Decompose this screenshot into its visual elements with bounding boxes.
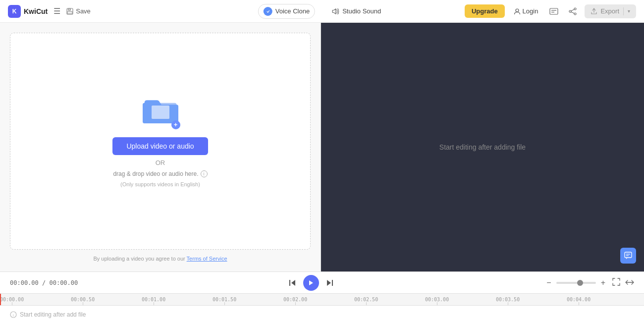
captions-button[interactable] bbox=[547, 4, 561, 18]
time-display: 00:00.00 / 00:00.00 bbox=[10, 279, 78, 286]
ruler-mark-8: 00:04.00 bbox=[567, 297, 590, 305]
ruler-label: 00:04.00 bbox=[567, 297, 590, 302]
terms-link[interactable]: Terms of Service bbox=[187, 256, 227, 262]
ruler-label: 00:02.50 bbox=[354, 297, 378, 302]
drag-drop-text: drag & drop video or audio here. i bbox=[113, 170, 207, 177]
skip-back-icon bbox=[288, 279, 296, 287]
svg-line-11 bbox=[571, 9, 574, 11]
login-button[interactable]: Login bbox=[510, 5, 542, 17]
zoom-in-button[interactable]: + bbox=[599, 277, 607, 288]
share-icon bbox=[569, 7, 577, 15]
timeline-ruler: 00:00.00 00:00.50 00:01.00 00:01.50 00:0… bbox=[0, 293, 644, 323]
svg-text:i: i bbox=[13, 313, 14, 318]
timeline-controls: 00:00.00 / 00:00.00 − + bbox=[0, 271, 644, 293]
zoom-thumb bbox=[577, 280, 583, 286]
ruler-mark-5: 00:02.50 bbox=[354, 297, 378, 305]
ruler-label: 00:01.00 bbox=[142, 297, 165, 302]
english-only-text: (Only supports videos in English) bbox=[120, 181, 200, 187]
topbar: K KwiCut ☰ Save Voice Clone St bbox=[0, 0, 644, 23]
skip-back-button[interactable] bbox=[285, 276, 299, 290]
playhead-indicator[interactable] bbox=[0, 294, 1, 305]
svg-point-8 bbox=[574, 8, 576, 10]
logo-area: K KwiCut bbox=[8, 5, 48, 18]
preview-panel: Start editing after adding file bbox=[321, 23, 644, 271]
ruler-mark-7: 00:03.50 bbox=[496, 297, 520, 305]
topbar-center: Voice Clone Studio Sound bbox=[258, 4, 386, 19]
svg-point-9 bbox=[569, 10, 571, 12]
share-button[interactable] bbox=[566, 4, 580, 18]
folder-plus-icon: + bbox=[171, 120, 180, 129]
voice-clone-label: Voice Clone bbox=[275, 7, 310, 15]
drag-info-icon: i bbox=[201, 170, 208, 177]
save-label: Save bbox=[76, 7, 91, 15]
svg-rect-1 bbox=[68, 8, 71, 10]
timeline-hint: Start editing after add file bbox=[20, 311, 86, 318]
zoom-controls: − + bbox=[544, 277, 634, 288]
terms-text: By uploading a video you agree to our Te… bbox=[93, 256, 227, 262]
ruler-label: 00:00.00 bbox=[0, 297, 24, 302]
export-label: Export bbox=[600, 7, 619, 15]
upgrade-button[interactable]: Upgrade bbox=[465, 4, 505, 18]
ruler-label: 00:00.50 bbox=[71, 297, 95, 302]
speaker-icon bbox=[332, 8, 340, 15]
ruler-label: 00:01.50 bbox=[213, 297, 236, 302]
ruler-mark-6: 00:03.00 bbox=[425, 297, 449, 305]
ruler-mark-3: 00:01.50 bbox=[213, 297, 236, 305]
playback-controls bbox=[285, 275, 337, 291]
caption-icon bbox=[549, 8, 558, 15]
export-button[interactable]: Export ▾ bbox=[585, 4, 636, 18]
hamburger-icon[interactable]: ☰ bbox=[54, 6, 60, 16]
ruler-mark-2: 00:01.00 bbox=[142, 297, 165, 305]
app-name: KwiCut bbox=[24, 7, 48, 15]
zoom-slider[interactable] bbox=[556, 282, 596, 284]
login-label: Login bbox=[523, 7, 538, 15]
svg-point-4 bbox=[516, 9, 519, 12]
upload-zone[interactable]: + Upload video or audio OR drag & drop v… bbox=[10, 33, 311, 250]
play-icon bbox=[309, 280, 314, 286]
export-divider bbox=[623, 7, 624, 15]
left-panel: + Upload video or audio OR drag & drop v… bbox=[0, 23, 321, 271]
chat-bubble-button[interactable] bbox=[620, 248, 636, 264]
svg-rect-15 bbox=[625, 252, 632, 258]
ruler-label: 00:03.00 bbox=[425, 297, 449, 302]
play-button[interactable] bbox=[303, 275, 319, 291]
folder-icon-wrap: + bbox=[143, 96, 178, 127]
or-text: OR bbox=[156, 159, 165, 166]
voice-clone-icon bbox=[264, 7, 272, 16]
folder-icon bbox=[143, 96, 178, 125]
svg-line-12 bbox=[571, 12, 574, 13]
ruler-track: 00:00.00 00:00.50 00:01.00 00:01.50 00:0… bbox=[0, 294, 644, 306]
preview-empty-text: Start editing after adding file bbox=[439, 143, 526, 151]
timeline-content: i Start editing after add file bbox=[0, 306, 644, 323]
topbar-left: K KwiCut ☰ Save bbox=[8, 5, 91, 18]
skip-forward-button[interactable] bbox=[323, 276, 337, 290]
chevron-down-icon: ▾ bbox=[628, 8, 630, 14]
svg-rect-14 bbox=[152, 106, 169, 119]
svg-rect-18 bbox=[289, 280, 290, 286]
ruler-label: 00:02.00 bbox=[283, 297, 307, 302]
upload-button[interactable]: Upload video or audio bbox=[112, 137, 208, 155]
svg-rect-2 bbox=[67, 11, 72, 14]
user-icon bbox=[514, 8, 521, 15]
fullscreen-button[interactable] bbox=[612, 278, 620, 288]
expand-button[interactable] bbox=[625, 278, 634, 287]
ruler-label: 00:03.50 bbox=[496, 297, 520, 302]
studio-sound-label: Studio Sound bbox=[342, 7, 381, 15]
topbar-right: Upgrade Login Export ▾ bbox=[465, 4, 636, 18]
chat-icon bbox=[624, 252, 632, 260]
timeline-info-icon: i bbox=[10, 311, 17, 318]
expand-icon bbox=[625, 279, 634, 285]
save-button[interactable]: Save bbox=[66, 7, 91, 15]
logo-icon: K bbox=[8, 5, 21, 18]
ruler-mark-1: 00:00.50 bbox=[71, 297, 95, 305]
save-icon bbox=[66, 8, 73, 15]
fullscreen-icon bbox=[612, 278, 620, 286]
studio-sound-button[interactable]: Studio Sound bbox=[327, 5, 386, 17]
svg-rect-19 bbox=[332, 280, 333, 286]
ruler-mark-4: 00:02.00 bbox=[283, 297, 307, 305]
svg-point-10 bbox=[574, 13, 576, 15]
voice-clone-button[interactable]: Voice Clone bbox=[258, 4, 315, 19]
zoom-out-button[interactable]: − bbox=[544, 277, 553, 288]
skip-forward-icon bbox=[326, 279, 334, 287]
svg-rect-5 bbox=[550, 8, 558, 14]
